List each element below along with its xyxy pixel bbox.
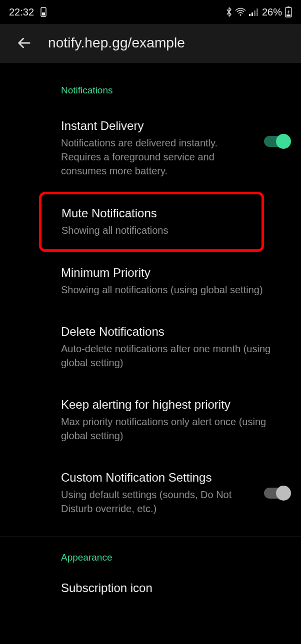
setting-keep-alerting[interactable]: Keep alerting for highest priority Max p… bbox=[0, 384, 301, 457]
bluetooth-icon bbox=[226, 7, 232, 17]
setting-subtitle: Showing all notifications (using global … bbox=[61, 283, 281, 297]
setting-subscription-icon[interactable]: Subscription icon bbox=[0, 563, 301, 598]
status-time: 22:32 bbox=[9, 6, 34, 18]
svg-rect-9 bbox=[286, 14, 290, 16]
setting-title: Keep alerting for highest priority bbox=[61, 398, 281, 412]
setting-title: Subscription icon bbox=[61, 581, 281, 595]
app-bar: notify.hep.gg/example bbox=[0, 24, 301, 63]
signal-icon bbox=[249, 8, 259, 16]
battery-percentage: 26% bbox=[262, 6, 282, 18]
setting-title: Instant Delivery bbox=[61, 119, 256, 133]
svg-rect-5 bbox=[254, 10, 256, 16]
setting-custom-notification[interactable]: Custom Notification Settings Using defau… bbox=[0, 457, 301, 530]
setting-subtitle: Max priority notifications only alert on… bbox=[61, 415, 281, 443]
setting-minimum-priority[interactable]: Minimum Priority Showing all notificatio… bbox=[0, 252, 301, 311]
setting-mute-notifications[interactable]: Mute Notifications Showing all notificat… bbox=[39, 192, 264, 252]
setting-title: Mute Notifications bbox=[62, 206, 262, 220]
svg-point-2 bbox=[240, 14, 241, 16]
setting-subtitle: Auto-delete notifications after one mont… bbox=[61, 342, 281, 370]
battery-icon bbox=[285, 6, 292, 17]
setting-title: Minimum Priority bbox=[61, 266, 281, 280]
back-arrow-icon[interactable] bbox=[17, 35, 32, 50]
page-title: notify.hep.gg/example bbox=[48, 35, 185, 51]
setting-title: Delete Notifications bbox=[61, 325, 281, 339]
setting-delete-notifications[interactable]: Delete Notifications Auto-delete notific… bbox=[0, 311, 301, 384]
setting-title: Custom Notification Settings bbox=[61, 471, 256, 485]
svg-rect-4 bbox=[252, 12, 253, 16]
setting-instant-delivery[interactable]: Instant Delivery Notifications are deliv… bbox=[0, 96, 301, 192]
status-bar: 22:32 26% bbox=[0, 0, 301, 24]
setting-subtitle: Notifications are delivered instantly. R… bbox=[61, 136, 256, 178]
toggle-custom-notification[interactable] bbox=[264, 488, 289, 499]
setting-subtitle: Showing all notifications bbox=[62, 223, 262, 237]
svg-rect-1 bbox=[42, 12, 45, 15]
section-header-notifications: Notifications bbox=[0, 63, 301, 96]
svg-rect-3 bbox=[249, 14, 250, 16]
toggle-instant-delivery[interactable] bbox=[264, 136, 289, 147]
setting-subtitle: Using default settings (sounds, Do Not D… bbox=[61, 488, 256, 516]
section-header-appearance: Appearance bbox=[0, 537, 301, 563]
wifi-icon bbox=[235, 7, 246, 16]
settings-content: Notifications Instant Delivery Notificat… bbox=[0, 63, 301, 598]
phone-display-icon bbox=[39, 7, 48, 17]
svg-rect-6 bbox=[256, 8, 258, 16]
